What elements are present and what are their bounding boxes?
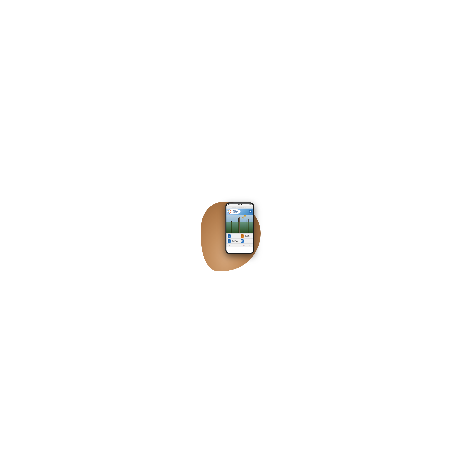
logo-line3: Services bbox=[233, 212, 238, 213]
phone-icon bbox=[228, 235, 230, 237]
contact-us-icon bbox=[228, 234, 231, 238]
hamburger-icon bbox=[250, 210, 251, 212]
energy-innovation-button[interactable]: ENERGY INNOVATION bbox=[227, 239, 240, 244]
svg-rect-30 bbox=[229, 241, 230, 242]
refresh-icon[interactable]: ↻ bbox=[251, 207, 252, 208]
trees-svg bbox=[226, 215, 253, 233]
energy-innovation-icon bbox=[228, 239, 231, 243]
tabs-button[interactable]: ⧉ bbox=[249, 244, 250, 246]
careers-label: CAREERS bbox=[245, 240, 250, 242]
hero-image bbox=[226, 215, 253, 233]
report-outages-icon bbox=[241, 234, 244, 238]
scene: AT&T ▲ 4:07 PM ➤ 37% united--cs.coopwebb… bbox=[208, 194, 268, 268]
logo-swirl-icon bbox=[228, 209, 231, 214]
wifi-icon: ▲ bbox=[231, 204, 232, 205]
status-bar: AT&T ▲ 4:07 PM ➤ 37% bbox=[226, 204, 253, 206]
browser-toolbar: ‹ › ⬆ 📖 ⧉ bbox=[226, 244, 253, 247]
phone-screen: AT&T ▲ 4:07 PM ➤ 37% united--cs.coopwebb… bbox=[226, 204, 253, 253]
careers-button[interactable]: CAREERS bbox=[240, 239, 253, 244]
nav-grid: CONTACT US REPORT OUTAGES bbox=[226, 233, 253, 244]
url-text: united--cs.coopwebbuilder3.com bbox=[227, 207, 250, 208]
location-icon: ➤ bbox=[249, 204, 250, 205]
url-bar[interactable]: united--cs.coopwebbuilder3.com ↻ bbox=[226, 206, 253, 209]
battery-label: 37% bbox=[250, 204, 252, 205]
menu-button[interactable]: MENU bbox=[249, 210, 252, 213]
share-button[interactable]: ⬆ bbox=[238, 244, 239, 246]
svg-point-35 bbox=[242, 241, 242, 241]
report-outages-label: REPORT OUTAGES bbox=[245, 235, 252, 237]
clock: 4:07 PM bbox=[238, 204, 242, 205]
logo-text: United Cooperative Services bbox=[233, 210, 238, 213]
lightning-icon bbox=[241, 235, 243, 237]
carrier-label: AT&T bbox=[228, 204, 230, 205]
svg-point-28 bbox=[229, 240, 230, 241]
careers-icon bbox=[241, 239, 244, 243]
svg-marker-27 bbox=[242, 235, 243, 237]
contact-us-button[interactable]: CONTACT US bbox=[227, 234, 240, 238]
svg-rect-16 bbox=[239, 217, 240, 233]
status-right: ➤ 37% bbox=[249, 204, 252, 205]
bulb-icon bbox=[228, 240, 230, 242]
phone-device: AT&T ▲ 4:07 PM ➤ 37% united--cs.coopwebb… bbox=[226, 203, 254, 254]
logo-area: United Cooperative Services bbox=[227, 209, 240, 214]
person-card-icon bbox=[241, 240, 243, 242]
website-content: United Cooperative Services Your Touchst… bbox=[226, 209, 253, 253]
forward-button[interactable]: › bbox=[234, 244, 234, 246]
status-left: AT&T ▲ bbox=[228, 204, 232, 205]
contact-us-label: CONTACT US bbox=[232, 235, 238, 237]
site-header: United Cooperative Services Your Touchst… bbox=[226, 209, 253, 215]
svg-rect-17 bbox=[236, 220, 244, 220]
bookmarks-button[interactable]: 📖 bbox=[243, 244, 245, 246]
svg-rect-24 bbox=[245, 215, 245, 216]
svg-point-1 bbox=[228, 210, 230, 213]
svg-rect-26 bbox=[229, 236, 230, 237]
back-button[interactable]: ‹ bbox=[230, 244, 230, 246]
energy-innovation-label: ENERGY INNOVATION bbox=[232, 240, 239, 242]
report-outages-button[interactable]: REPORT OUTAGES bbox=[240, 234, 253, 238]
menu-label: MENU bbox=[249, 212, 251, 213]
